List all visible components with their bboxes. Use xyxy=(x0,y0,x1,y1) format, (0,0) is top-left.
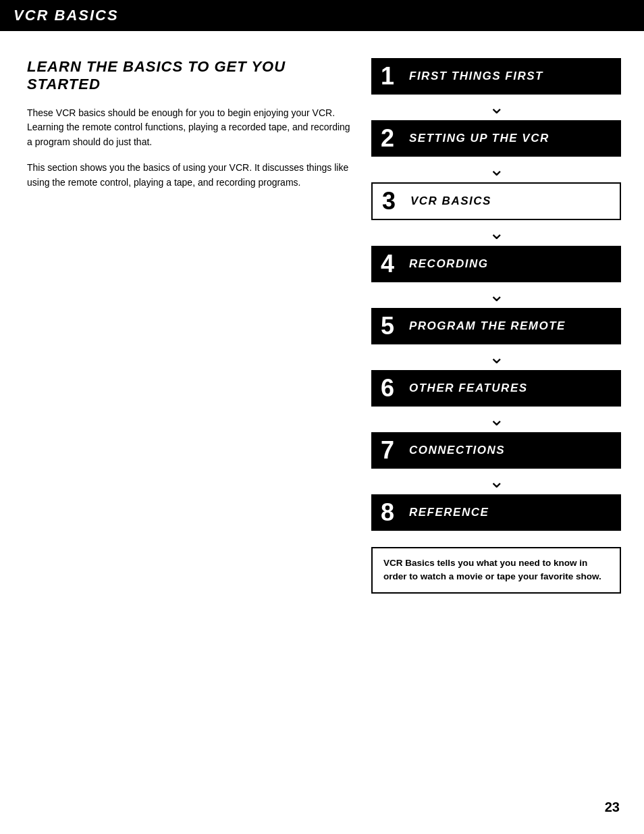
page-header: VCR BASICS xyxy=(0,0,644,31)
step-item-7: 7 CONNECTIONS ⌄ xyxy=(371,432,621,494)
step-arrow-2: ⌄ xyxy=(489,157,504,182)
note-box: VCR Basics tells you what you need to kn… xyxy=(371,547,621,594)
step-item-5: 5 PROGRAM THE REMOTE ⌄ xyxy=(371,308,621,370)
step-label-2: SETTING UP THE VCR xyxy=(409,132,549,145)
step-bar-1: 1 FIRST THINGS FIRST xyxy=(371,58,621,95)
step-number-8: 8 xyxy=(381,500,402,525)
step-number-7: 7 xyxy=(381,438,402,463)
step-label-4: RECORDING xyxy=(409,257,488,271)
step-bar-7: 7 CONNECTIONS xyxy=(371,432,621,469)
step-label-7: CONNECTIONS xyxy=(409,444,505,457)
step-arrow-5: ⌄ xyxy=(489,344,504,370)
left-column: LEARN THE BASICS TO GET YOU STARTED Thes… xyxy=(27,58,351,594)
right-column: 1 FIRST THINGS FIRST ⌄ 2 SETTING UP THE … xyxy=(371,58,621,594)
step-label-3: VCR BASICS xyxy=(410,194,491,208)
step-item-6: 6 OTHER FEATURES ⌄ xyxy=(371,370,621,432)
page-header-title: VCR BASICS xyxy=(14,7,119,24)
step-arrow-1: ⌄ xyxy=(489,95,504,120)
step-number-2: 2 xyxy=(381,126,402,151)
step-number-1: 1 xyxy=(381,64,402,88)
step-bar-8: 8 REFERENCE xyxy=(371,494,621,531)
step-bar-5: 5 PROGRAM THE REMOTE xyxy=(371,308,621,344)
step-arrow-3: ⌄ xyxy=(489,220,504,246)
step-number-5: 5 xyxy=(381,314,402,338)
step-arrow-4: ⌄ xyxy=(489,282,504,308)
step-label-5: PROGRAM THE REMOTE xyxy=(409,319,566,333)
step-item-1: 1 FIRST THINGS FIRST ⌄ xyxy=(371,58,621,120)
note-text: VCR Basics tells you what you need to kn… xyxy=(383,558,601,581)
step-label-6: OTHER FEATURES xyxy=(409,382,528,395)
step-number-4: 4 xyxy=(381,252,402,276)
step-arrow-7: ⌄ xyxy=(489,469,504,494)
body-paragraph-1: These VCR basics should be enough for yo… xyxy=(27,106,351,150)
step-item-8: 8 REFERENCE xyxy=(371,494,621,531)
step-bar-3: 3 VCR BASICS xyxy=(371,182,621,220)
step-arrow-6: ⌄ xyxy=(489,407,504,432)
step-bar-4: 4 RECORDING xyxy=(371,246,621,282)
step-item-4: 4 RECORDING ⌄ xyxy=(371,246,621,308)
step-item-3: 3 VCR BASICS ⌄ xyxy=(371,182,621,246)
page-content: LEARN THE BASICS TO GET YOU STARTED Thes… xyxy=(0,31,644,614)
step-bar-6: 6 OTHER FEATURES xyxy=(371,370,621,407)
page-number: 23 xyxy=(605,800,620,815)
step-label-8: REFERENCE xyxy=(409,506,489,519)
step-label-1: FIRST THINGS FIRST xyxy=(409,70,543,83)
step-item-2: 2 SETTING UP THE VCR ⌄ xyxy=(371,120,621,182)
body-paragraph-2: This section shows you the basics of usi… xyxy=(27,161,351,190)
step-number-3: 3 xyxy=(382,189,404,213)
step-bar-2: 2 SETTING UP THE VCR xyxy=(371,120,621,157)
step-number-6: 6 xyxy=(381,376,402,400)
section-title: LEARN THE BASICS TO GET YOU STARTED xyxy=(27,58,351,94)
